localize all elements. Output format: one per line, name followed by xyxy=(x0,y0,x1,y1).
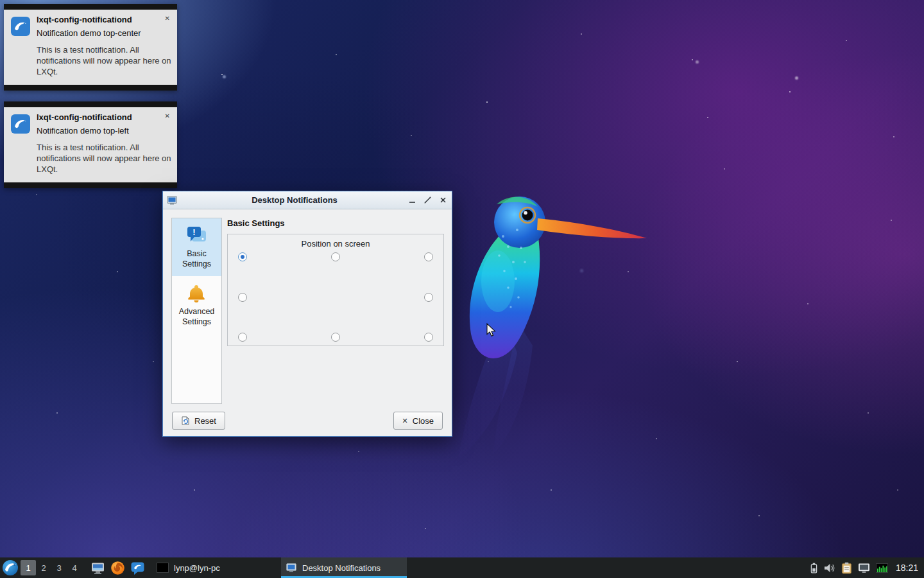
position-radio-top-center[interactable] xyxy=(331,252,340,261)
notification-frame-top xyxy=(4,4,177,10)
position-radio-bottom-right[interactable] xyxy=(424,333,433,342)
lxqt-app-icon xyxy=(11,114,30,134)
clock[interactable]: 18:21 xyxy=(896,563,918,573)
task-terminal[interactable]: lynp@lyn-pc xyxy=(151,557,277,578)
notification-popup-1[interactable]: lxqt-config-notificationd ✕ Notification… xyxy=(4,4,177,91)
notification-close-icon[interactable]: ✕ xyxy=(163,15,172,22)
sidebar-item-basic-settings[interactable]: ! Basic Settings xyxy=(172,218,221,276)
basic-settings-icon: ! xyxy=(186,225,208,246)
titlebar[interactable]: Desktop Notifications xyxy=(163,191,452,209)
reset-button-label: Reset xyxy=(194,416,216,426)
close-button-label: Close xyxy=(413,416,434,426)
task-label: lynp@lyn-pc xyxy=(174,563,220,573)
window-title: Desktop Notifications xyxy=(182,195,407,205)
task-label: Desktop Notifications xyxy=(302,563,381,573)
desktop-notifications-window: Desktop Notifications xyxy=(162,191,452,437)
close-icon[interactable] xyxy=(438,195,448,205)
reset-button[interactable]: Reset xyxy=(172,412,225,430)
workspace-3[interactable]: 3 xyxy=(51,560,67,575)
position-radio-top-right[interactable] xyxy=(424,252,433,261)
position-radio-middle-left[interactable] xyxy=(238,293,247,302)
hummingbird-wallpaper-art xyxy=(441,185,660,468)
position-radio-bottom-left[interactable] xyxy=(238,333,247,342)
notification-app-name: lxqt-config-notificationd xyxy=(37,112,132,122)
window-icon xyxy=(167,196,177,205)
lxqt-menu-button[interactable] xyxy=(2,559,19,576)
settings-sidebar: ! Basic Settings xyxy=(171,218,222,404)
position-radio-grid xyxy=(238,252,433,342)
taskbar: 1 2 3 4 xyxy=(0,557,924,578)
task-desktop-notifications[interactable]: Desktop Notifications xyxy=(281,557,407,578)
notification-popup-2[interactable]: lxqt-config-notificationd ✕ Notification… xyxy=(4,101,177,188)
workspace-1[interactable]: 1 xyxy=(21,560,36,575)
lxqt-app-icon xyxy=(11,17,30,36)
notification-summary: Notification demo top-center xyxy=(37,28,172,39)
notification-close-icon[interactable]: ✕ xyxy=(163,112,172,120)
mouse-cursor xyxy=(486,323,496,337)
advanced-settings-icon xyxy=(186,283,208,304)
notification-frame-bottom xyxy=(4,182,177,188)
position-radio-bottom-center[interactable] xyxy=(331,333,340,342)
workspace-4[interactable]: 4 xyxy=(67,560,82,575)
close-x-icon: ✕ xyxy=(402,417,408,425)
svg-text:!: ! xyxy=(193,227,195,237)
launcher-file-manager-icon[interactable] xyxy=(90,561,105,575)
launcher-firefox-icon[interactable] xyxy=(110,561,125,575)
section-heading: Basic Settings xyxy=(227,218,444,228)
sidebar-item-label: Basic Settings xyxy=(173,249,220,270)
groupbox-title: Position on screen xyxy=(228,239,443,249)
restore-icon[interactable] xyxy=(423,195,432,205)
cpu-monitor-icon[interactable] xyxy=(876,563,888,573)
clipboard-icon[interactable] xyxy=(841,562,852,574)
position-groupbox: Position on screen xyxy=(227,234,444,346)
system-tray: 18:21 xyxy=(810,562,924,574)
workspace-switcher: 1 2 3 4 xyxy=(21,560,82,575)
terminal-thumbnail xyxy=(157,563,169,573)
launcher-chat-icon[interactable] xyxy=(130,561,145,575)
notification-body: This is a test notification. All notific… xyxy=(37,44,172,77)
sidebar-item-advanced-settings[interactable]: Advanced Settings xyxy=(172,276,221,334)
close-button[interactable]: ✕ Close xyxy=(393,412,443,430)
notification-frame-bottom xyxy=(4,85,177,91)
position-radio-top-left[interactable] xyxy=(238,252,247,261)
position-radio-middle-right[interactable] xyxy=(424,293,433,302)
task-window-icon xyxy=(286,563,297,573)
display-icon[interactable] xyxy=(858,563,870,574)
desktop[interactable]: lxqt-config-notificationd ✕ Notification… xyxy=(0,0,924,578)
reset-icon xyxy=(181,416,190,425)
notification-summary: Notification demo top-left xyxy=(37,126,172,137)
volume-icon[interactable] xyxy=(823,563,835,574)
notification-frame-top xyxy=(4,101,177,107)
wallpaper-stars-bright xyxy=(0,0,2,2)
sidebar-item-label: Advanced Settings xyxy=(173,306,220,328)
notification-body: This is a test notification. All notific… xyxy=(37,142,172,175)
battery-icon[interactable] xyxy=(810,563,817,574)
minimize-icon[interactable] xyxy=(407,195,417,205)
workspace-2[interactable]: 2 xyxy=(36,560,51,575)
notification-app-name: lxqt-config-notificationd xyxy=(37,15,132,24)
